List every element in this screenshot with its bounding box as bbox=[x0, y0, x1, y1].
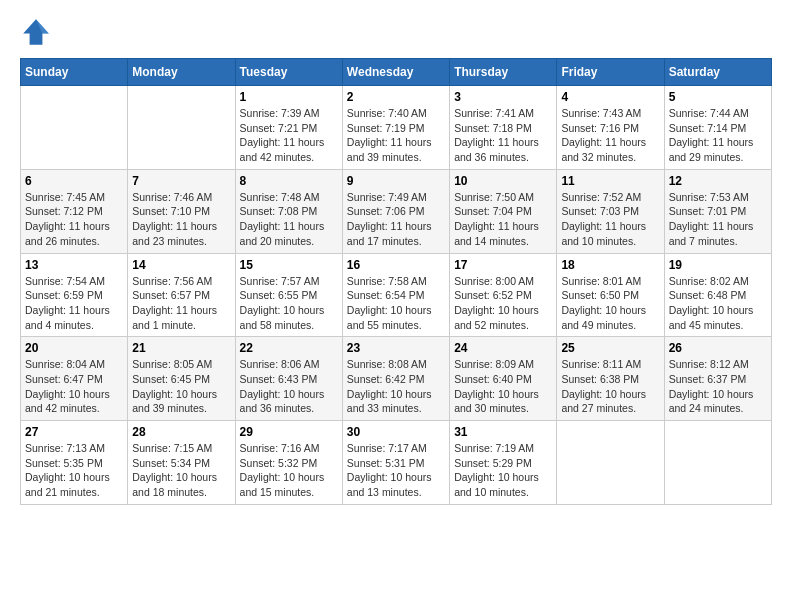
day-number: 23 bbox=[347, 341, 445, 355]
day-info: Sunrise: 7:56 AM Sunset: 6:57 PM Dayligh… bbox=[132, 274, 230, 333]
calendar-week-row: 20Sunrise: 8:04 AM Sunset: 6:47 PM Dayli… bbox=[21, 337, 772, 421]
day-info: Sunrise: 7:45 AM Sunset: 7:12 PM Dayligh… bbox=[25, 190, 123, 249]
calendar-cell bbox=[664, 421, 771, 505]
day-number: 5 bbox=[669, 90, 767, 104]
day-info: Sunrise: 7:41 AM Sunset: 7:18 PM Dayligh… bbox=[454, 106, 552, 165]
calendar-cell: 4Sunrise: 7:43 AM Sunset: 7:16 PM Daylig… bbox=[557, 86, 664, 170]
calendar-cell: 19Sunrise: 8:02 AM Sunset: 6:48 PM Dayli… bbox=[664, 253, 771, 337]
day-info: Sunrise: 8:05 AM Sunset: 6:45 PM Dayligh… bbox=[132, 357, 230, 416]
day-header-thursday: Thursday bbox=[450, 59, 557, 86]
day-info: Sunrise: 8:12 AM Sunset: 6:37 PM Dayligh… bbox=[669, 357, 767, 416]
day-info: Sunrise: 8:02 AM Sunset: 6:48 PM Dayligh… bbox=[669, 274, 767, 333]
day-info: Sunrise: 7:19 AM Sunset: 5:29 PM Dayligh… bbox=[454, 441, 552, 500]
day-number: 30 bbox=[347, 425, 445, 439]
calendar-cell: 31Sunrise: 7:19 AM Sunset: 5:29 PM Dayli… bbox=[450, 421, 557, 505]
day-info: Sunrise: 7:57 AM Sunset: 6:55 PM Dayligh… bbox=[240, 274, 338, 333]
calendar-cell: 11Sunrise: 7:52 AM Sunset: 7:03 PM Dayli… bbox=[557, 169, 664, 253]
day-number: 9 bbox=[347, 174, 445, 188]
calendar-cell: 18Sunrise: 8:01 AM Sunset: 6:50 PM Dayli… bbox=[557, 253, 664, 337]
day-number: 8 bbox=[240, 174, 338, 188]
day-info: Sunrise: 8:06 AM Sunset: 6:43 PM Dayligh… bbox=[240, 357, 338, 416]
day-info: Sunrise: 7:13 AM Sunset: 5:35 PM Dayligh… bbox=[25, 441, 123, 500]
day-header-wednesday: Wednesday bbox=[342, 59, 449, 86]
logo bbox=[20, 16, 56, 48]
calendar-cell: 15Sunrise: 7:57 AM Sunset: 6:55 PM Dayli… bbox=[235, 253, 342, 337]
day-number: 12 bbox=[669, 174, 767, 188]
day-number: 11 bbox=[561, 174, 659, 188]
day-number: 6 bbox=[25, 174, 123, 188]
day-info: Sunrise: 7:46 AM Sunset: 7:10 PM Dayligh… bbox=[132, 190, 230, 249]
day-number: 18 bbox=[561, 258, 659, 272]
day-info: Sunrise: 8:08 AM Sunset: 6:42 PM Dayligh… bbox=[347, 357, 445, 416]
calendar-week-row: 13Sunrise: 7:54 AM Sunset: 6:59 PM Dayli… bbox=[21, 253, 772, 337]
day-number: 14 bbox=[132, 258, 230, 272]
day-info: Sunrise: 7:53 AM Sunset: 7:01 PM Dayligh… bbox=[669, 190, 767, 249]
logo-icon bbox=[20, 16, 52, 48]
day-info: Sunrise: 8:01 AM Sunset: 6:50 PM Dayligh… bbox=[561, 274, 659, 333]
day-number: 13 bbox=[25, 258, 123, 272]
calendar-cell: 9Sunrise: 7:49 AM Sunset: 7:06 PM Daylig… bbox=[342, 169, 449, 253]
day-number: 17 bbox=[454, 258, 552, 272]
calendar-cell: 10Sunrise: 7:50 AM Sunset: 7:04 PM Dayli… bbox=[450, 169, 557, 253]
day-info: Sunrise: 7:43 AM Sunset: 7:16 PM Dayligh… bbox=[561, 106, 659, 165]
calendar-cell: 22Sunrise: 8:06 AM Sunset: 6:43 PM Dayli… bbox=[235, 337, 342, 421]
day-info: Sunrise: 7:15 AM Sunset: 5:34 PM Dayligh… bbox=[132, 441, 230, 500]
day-info: Sunrise: 7:54 AM Sunset: 6:59 PM Dayligh… bbox=[25, 274, 123, 333]
day-number: 10 bbox=[454, 174, 552, 188]
calendar-cell: 25Sunrise: 8:11 AM Sunset: 6:38 PM Dayli… bbox=[557, 337, 664, 421]
day-number: 21 bbox=[132, 341, 230, 355]
page-header bbox=[20, 16, 772, 48]
calendar-cell: 3Sunrise: 7:41 AM Sunset: 7:18 PM Daylig… bbox=[450, 86, 557, 170]
day-number: 20 bbox=[25, 341, 123, 355]
calendar-cell: 30Sunrise: 7:17 AM Sunset: 5:31 PM Dayli… bbox=[342, 421, 449, 505]
day-number: 29 bbox=[240, 425, 338, 439]
calendar-header-row: SundayMondayTuesdayWednesdayThursdayFrid… bbox=[21, 59, 772, 86]
day-number: 28 bbox=[132, 425, 230, 439]
calendar-cell: 17Sunrise: 8:00 AM Sunset: 6:52 PM Dayli… bbox=[450, 253, 557, 337]
calendar-cell: 21Sunrise: 8:05 AM Sunset: 6:45 PM Dayli… bbox=[128, 337, 235, 421]
calendar-cell: 23Sunrise: 8:08 AM Sunset: 6:42 PM Dayli… bbox=[342, 337, 449, 421]
day-number: 19 bbox=[669, 258, 767, 272]
day-number: 27 bbox=[25, 425, 123, 439]
calendar-cell: 27Sunrise: 7:13 AM Sunset: 5:35 PM Dayli… bbox=[21, 421, 128, 505]
day-number: 16 bbox=[347, 258, 445, 272]
calendar-cell: 6Sunrise: 7:45 AM Sunset: 7:12 PM Daylig… bbox=[21, 169, 128, 253]
day-number: 31 bbox=[454, 425, 552, 439]
calendar-cell: 29Sunrise: 7:16 AM Sunset: 5:32 PM Dayli… bbox=[235, 421, 342, 505]
calendar-cell: 7Sunrise: 7:46 AM Sunset: 7:10 PM Daylig… bbox=[128, 169, 235, 253]
day-header-saturday: Saturday bbox=[664, 59, 771, 86]
day-info: Sunrise: 8:04 AM Sunset: 6:47 PM Dayligh… bbox=[25, 357, 123, 416]
calendar-cell bbox=[128, 86, 235, 170]
calendar-cell: 16Sunrise: 7:58 AM Sunset: 6:54 PM Dayli… bbox=[342, 253, 449, 337]
calendar-cell: 12Sunrise: 7:53 AM Sunset: 7:01 PM Dayli… bbox=[664, 169, 771, 253]
day-info: Sunrise: 7:50 AM Sunset: 7:04 PM Dayligh… bbox=[454, 190, 552, 249]
calendar-cell bbox=[557, 421, 664, 505]
day-info: Sunrise: 7:48 AM Sunset: 7:08 PM Dayligh… bbox=[240, 190, 338, 249]
day-info: Sunrise: 7:16 AM Sunset: 5:32 PM Dayligh… bbox=[240, 441, 338, 500]
day-info: Sunrise: 7:58 AM Sunset: 6:54 PM Dayligh… bbox=[347, 274, 445, 333]
calendar-cell: 8Sunrise: 7:48 AM Sunset: 7:08 PM Daylig… bbox=[235, 169, 342, 253]
day-info: Sunrise: 7:44 AM Sunset: 7:14 PM Dayligh… bbox=[669, 106, 767, 165]
day-number: 22 bbox=[240, 341, 338, 355]
calendar-cell: 1Sunrise: 7:39 AM Sunset: 7:21 PM Daylig… bbox=[235, 86, 342, 170]
day-info: Sunrise: 7:49 AM Sunset: 7:06 PM Dayligh… bbox=[347, 190, 445, 249]
day-info: Sunrise: 8:00 AM Sunset: 6:52 PM Dayligh… bbox=[454, 274, 552, 333]
calendar-table: SundayMondayTuesdayWednesdayThursdayFrid… bbox=[20, 58, 772, 505]
day-info: Sunrise: 7:40 AM Sunset: 7:19 PM Dayligh… bbox=[347, 106, 445, 165]
day-number: 25 bbox=[561, 341, 659, 355]
day-header-sunday: Sunday bbox=[21, 59, 128, 86]
day-info: Sunrise: 8:09 AM Sunset: 6:40 PM Dayligh… bbox=[454, 357, 552, 416]
calendar-cell: 5Sunrise: 7:44 AM Sunset: 7:14 PM Daylig… bbox=[664, 86, 771, 170]
day-info: Sunrise: 7:52 AM Sunset: 7:03 PM Dayligh… bbox=[561, 190, 659, 249]
calendar-cell: 2Sunrise: 7:40 AM Sunset: 7:19 PM Daylig… bbox=[342, 86, 449, 170]
calendar-week-row: 27Sunrise: 7:13 AM Sunset: 5:35 PM Dayli… bbox=[21, 421, 772, 505]
calendar-week-row: 6Sunrise: 7:45 AM Sunset: 7:12 PM Daylig… bbox=[21, 169, 772, 253]
day-info: Sunrise: 8:11 AM Sunset: 6:38 PM Dayligh… bbox=[561, 357, 659, 416]
day-number: 4 bbox=[561, 90, 659, 104]
day-number: 26 bbox=[669, 341, 767, 355]
day-info: Sunrise: 7:17 AM Sunset: 5:31 PM Dayligh… bbox=[347, 441, 445, 500]
day-number: 24 bbox=[454, 341, 552, 355]
calendar-cell: 20Sunrise: 8:04 AM Sunset: 6:47 PM Dayli… bbox=[21, 337, 128, 421]
day-number: 1 bbox=[240, 90, 338, 104]
calendar-cell: 13Sunrise: 7:54 AM Sunset: 6:59 PM Dayli… bbox=[21, 253, 128, 337]
